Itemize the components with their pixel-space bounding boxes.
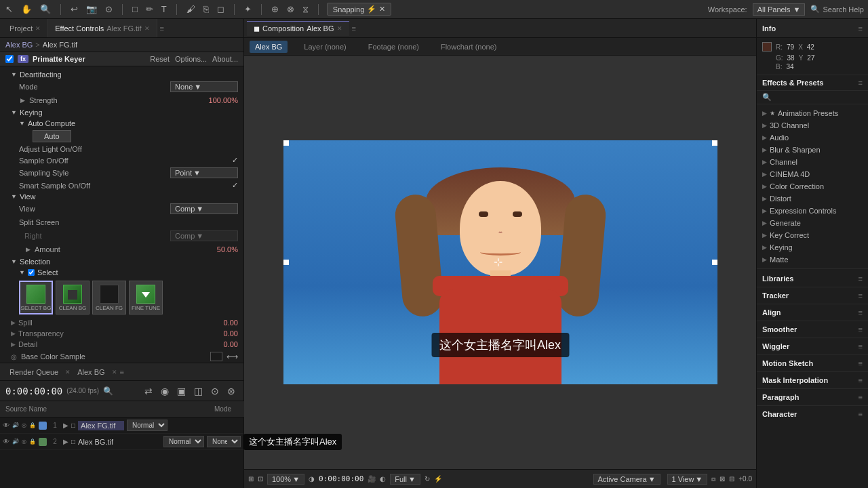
rect-tool-icon[interactable]: □ (131, 3, 139, 16)
corner-handle-mr[interactable] (712, 260, 717, 265)
tab-effect-close[interactable]: ✕ (144, 25, 150, 32)
layer-1-mode[interactable]: Normal (127, 420, 167, 431)
subtab-flowchart[interactable]: Flowchart (none) (435, 41, 502, 53)
reset-button[interactable]: Reset (150, 55, 170, 63)
search-help[interactable]: 🔍 Search Help (810, 5, 864, 14)
spill-value[interactable]: 0.00 (224, 319, 238, 327)
pen-tool-icon[interactable]: ✏ (144, 3, 155, 16)
wiggler-menu[interactable]: ≡ (859, 342, 863, 350)
subtab-alex-bg[interactable]: Alex BG (250, 41, 288, 53)
camera-control[interactable]: Active Camera ▼ (593, 474, 660, 485)
workspace-select[interactable]: All Panels ▼ (753, 3, 806, 16)
viewer-exposure-btn[interactable]: +0.0 (738, 475, 752, 483)
timeline-search-icon[interactable]: 🔍 (103, 386, 113, 396)
tl-tool-2[interactable]: ◉ (158, 384, 172, 398)
item-generate[interactable]: ▶ Generate (757, 217, 868, 229)
mode-dropdown[interactable]: None ▼ (170, 81, 238, 92)
tab-project-close[interactable]: ✕ (35, 25, 41, 32)
tab-effect-controls[interactable]: Effect Controls Alex FG.tif ✕ (48, 19, 157, 37)
libraries-menu[interactable]: ≡ (859, 274, 863, 283)
tl-tool-5[interactable]: ⊙ (208, 384, 222, 398)
zoom-control[interactable]: 100% ▼ (267, 474, 304, 485)
section-view[interactable]: ▼ View (0, 191, 243, 202)
layer-2-lock[interactable]: 🔒 (29, 439, 36, 445)
select-checkbox[interactable] (28, 269, 35, 276)
section-deartifacting[interactable]: ▼ Deartifacting (0, 69, 243, 80)
viewer-3d-btn[interactable]: ⊠ (719, 475, 725, 483)
clone-tool-icon[interactable]: ⎘ (202, 3, 210, 16)
layer-2-name[interactable]: Alex BG.tif (78, 438, 161, 446)
link-tool-icon[interactable]: ⧖ (301, 3, 310, 16)
select-bg-button[interactable]: SELECT BG (19, 281, 53, 314)
parent-tool-icon[interactable]: ⊗ (285, 3, 296, 16)
options-button[interactable]: Options... (175, 55, 207, 63)
tab-project[interactable]: Project ✕ (3, 19, 48, 37)
paragraph-menu[interactable]: ≡ (859, 393, 863, 401)
resolution-control[interactable]: Full ▼ (390, 474, 420, 485)
layer-2-mode[interactable]: Normal (163, 436, 204, 447)
tab-composition[interactable]: ◼ Composition Alex BG ✕ (247, 21, 349, 36)
eraser-tool-icon[interactable]: ◻ (216, 3, 226, 16)
viewer-grid-toggle[interactable]: ⧈ (711, 475, 715, 483)
section-selection[interactable]: ▼ Selection (0, 256, 243, 267)
timeline-timecode[interactable]: 0:00:00:00 (5, 386, 62, 396)
item-expression-controls[interactable]: ▶ Expression Controls (757, 205, 868, 217)
breadcrumb-item-1[interactable]: Alex BG (5, 41, 33, 49)
puppet-tool-icon[interactable]: ✦ (243, 3, 253, 16)
item-blur-sharpen[interactable]: ▶ Blur & Sharpen (757, 144, 868, 156)
mask-interpolation-menu[interactable]: ≡ (859, 376, 863, 384)
corner-handle-ml[interactable] (283, 260, 289, 265)
layer-2-color[interactable] (39, 438, 47, 446)
about-button[interactable]: About... (212, 55, 238, 63)
detail-expand[interactable]: ▶ (11, 341, 16, 348)
alex-bg-close[interactable]: ✕ (112, 369, 117, 375)
item-animation-presets[interactable]: ▶ ★ Animation Presets (757, 107, 868, 119)
amount-value[interactable]: 50.0% (197, 245, 238, 253)
item-audio[interactable]: ▶ Audio (757, 131, 868, 144)
corner-handle-tl[interactable] (283, 140, 289, 146)
item-cinema4d[interactable]: ▶ CINEMA 4D (757, 168, 868, 180)
target-icon[interactable]: ⊙ (104, 3, 114, 16)
tl-tool-3[interactable]: ▣ (174, 384, 189, 398)
smoother-menu[interactable]: ≡ (859, 325, 863, 333)
layer-2-expand[interactable]: ▶ (63, 438, 68, 445)
amount-expand[interactable]: ▶ (24, 245, 32, 254)
layer-1-lock[interactable]: 🔒 (29, 422, 36, 428)
sampling-style-dropdown[interactable]: Point ▼ (170, 167, 238, 178)
layer-1-audio[interactable]: 🔊 (12, 422, 19, 428)
strength-expand[interactable]: ▶ (19, 96, 26, 105)
subtab-layer[interactable]: Layer (none) (298, 41, 351, 53)
item-channel[interactable]: ▶ Channel (757, 156, 868, 168)
view-dropdown[interactable]: Comp ▼ (170, 203, 238, 214)
tl-tool-4[interactable]: ◫ (191, 384, 205, 398)
item-keying[interactable]: ▶ Keying (757, 241, 868, 253)
viewer-safe-btn[interactable]: ⊡ (258, 475, 263, 483)
hand-tool-icon[interactable]: ✋ (20, 3, 33, 16)
info-menu-icon[interactable]: ≡ (859, 24, 863, 33)
transparency-expand[interactable]: ▶ (11, 330, 16, 337)
fine-tune-button[interactable]: FINE TUNE (129, 281, 163, 314)
clean-bg-button[interactable]: CLEAN BG (56, 281, 90, 314)
viewer-channels-btn[interactable]: ◐ (380, 475, 386, 483)
layer-2-eye[interactable]: 👁 (3, 438, 9, 445)
item-3d-channel[interactable]: ▶ 3D Channel (757, 119, 868, 131)
align-menu[interactable]: ≡ (859, 308, 863, 317)
layer-1-expand[interactable]: ▶ (63, 422, 68, 429)
item-key-correct[interactable]: ▶ Key Correct (757, 229, 868, 241)
tl-tool-1[interactable]: ⇄ (142, 384, 155, 398)
comp-panel-menu[interactable]: ≡ (352, 24, 356, 33)
fx-enabled-checkbox[interactable] (5, 55, 14, 63)
section-auto-compute[interactable]: ▼ Auto Compute (0, 118, 243, 129)
viewer-fast-preview-btn[interactable]: ⚡ (434, 475, 442, 483)
clean-fg-button[interactable]: CLEAN FG (92, 281, 126, 314)
select-tool-icon[interactable]: ↖ (4, 3, 14, 16)
anchor-tool-icon[interactable]: ⊕ (270, 3, 280, 16)
layer-1-name[interactable]: Alex FG.tif (78, 421, 124, 430)
effects-presets-menu[interactable]: ≡ (859, 79, 863, 87)
item-color-correction[interactable]: ▶ Color Correction (757, 180, 868, 192)
panel-menu-icon[interactable]: ≡ (160, 24, 164, 33)
render-close[interactable]: ✕ (65, 369, 71, 375)
viewer-draft-btn[interactable]: ⊟ (729, 475, 734, 483)
subtab-footage[interactable]: Footage (none) (363, 41, 425, 53)
alex-bg-tab[interactable]: Alex BG (71, 365, 111, 379)
